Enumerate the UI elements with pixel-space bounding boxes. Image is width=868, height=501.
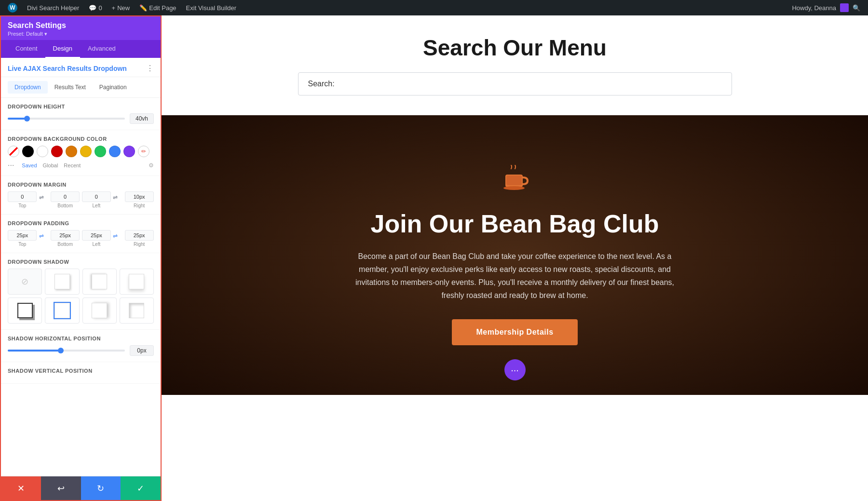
divi-search-helper[interactable]: Divi Search Helper <box>23 2 83 14</box>
search-label: Search: <box>308 80 335 88</box>
divi-search-helper-label: Divi Search Helper <box>27 4 79 12</box>
exit-builder-item[interactable]: Exit Visual Builder <box>182 2 241 14</box>
dots-menu-icon[interactable]: ··· <box>8 161 14 170</box>
sub-tab-pagination[interactable]: Pagination <box>93 81 134 94</box>
slider-fill <box>8 118 25 120</box>
user-avatar <box>840 3 849 12</box>
shadow-option-1[interactable] <box>45 269 79 295</box>
search-bar[interactable]: Search: <box>298 72 732 95</box>
tab-advanced[interactable]: Advanced <box>80 40 123 58</box>
swatch-red[interactable] <box>51 146 63 157</box>
margin-right-input[interactable] <box>125 191 154 202</box>
undo-button[interactable]: ↩ <box>41 476 81 500</box>
shadow-option-5[interactable] <box>45 298 79 324</box>
admin-bar: W Divi Search Helper 💬 0 + New ✏️ Edit P… <box>0 0 868 15</box>
sub-tabs: Dropdown Results Text Pagination <box>1 77 161 98</box>
shadow-v-position-section: Shadow Vertical Position <box>1 362 161 384</box>
sidebar-panel: Search Settings Preset: Default ▾ Conten… <box>0 15 162 501</box>
margin-left-input[interactable] <box>82 191 111 202</box>
swatch-transparent[interactable] <box>8 146 19 157</box>
margin-bottom-label: Bottom <box>57 203 73 208</box>
comment-item[interactable]: 💬 0 <box>85 2 106 14</box>
link-icon-4[interactable]: ⇌ <box>113 232 122 247</box>
howdy-text: Howdy, Deanna <box>792 4 836 12</box>
new-label: New <box>117 4 130 12</box>
dropdown-padding-label: Dropdown Padding <box>8 220 154 226</box>
padding-top-label: Top <box>18 242 26 247</box>
margin-top-input[interactable] <box>8 191 37 202</box>
section-more-icon[interactable]: ⋮ <box>146 64 154 73</box>
margin-left-group: Left <box>82 191 111 208</box>
admin-bar-right: Howdy, Deanna 🔍 <box>792 3 864 12</box>
membership-button[interactable]: Membership Details <box>452 319 577 345</box>
link-icon-2[interactable]: ⇌ <box>113 194 122 208</box>
new-item[interactable]: + New <box>108 2 134 14</box>
shadow-preview-2 <box>92 274 107 289</box>
swatch-white[interactable] <box>37 146 48 157</box>
link-icon-1[interactable]: ⇌ <box>39 194 49 208</box>
panel-preset: Preset: Default ▾ <box>8 31 154 37</box>
padding-top-input[interactable] <box>8 230 37 241</box>
shadow-h-slider-track[interactable] <box>8 350 125 352</box>
shadow-option-6[interactable] <box>82 298 117 324</box>
redo-button[interactable]: ↻ <box>81 476 121 500</box>
shadow-v-position-label: Shadow Vertical Position <box>8 368 154 374</box>
svg-point-2 <box>503 186 525 190</box>
color-swatches: ✏ <box>8 146 154 157</box>
shadow-h-slider-thumb[interactable] <box>58 348 64 353</box>
swatch-orange[interactable] <box>66 146 77 157</box>
panel-title: Search Settings <box>8 21 154 30</box>
sub-tab-results-text[interactable]: Results Text <box>48 81 93 94</box>
cancel-button[interactable]: ✕ <box>1 476 41 500</box>
dropdown-margin-section: Dropdown Margin Top ⇌ Bottom Left <box>1 176 161 215</box>
padding-bottom-group: Bottom <box>51 230 80 247</box>
shadow-h-position-value[interactable]: 0px <box>130 345 154 356</box>
swatch-green[interactable] <box>95 146 106 157</box>
club-title: Join Our Bean Bag Club <box>370 209 659 238</box>
margin-top-label: Top <box>18 203 26 208</box>
dots-icon: ··· <box>511 365 519 376</box>
swatch-yellow[interactable] <box>80 146 92 157</box>
search-icon[interactable]: 🔍 <box>853 4 860 12</box>
plus-icon: + <box>112 4 116 12</box>
shadow-preview-6 <box>92 303 107 318</box>
margin-right-group: Right <box>124 191 154 208</box>
padding-left-input[interactable] <box>82 230 111 241</box>
tab-design[interactable]: Design <box>45 40 80 58</box>
margin-bottom-input[interactable] <box>51 191 80 202</box>
shadow-h-position-section: Shadow Horizontal Position 0px <box>1 330 161 362</box>
wp-logo-item[interactable]: W <box>4 1 21 14</box>
floating-action-button[interactable]: ··· <box>504 359 526 380</box>
shadow-option-none[interactable]: ⊘ <box>8 269 42 295</box>
swatch-black[interactable] <box>22 146 34 157</box>
shadow-option-7[interactable] <box>120 298 154 324</box>
link-icon-3[interactable]: ⇌ <box>39 232 49 247</box>
dropdown-height-slider-track[interactable] <box>8 118 125 120</box>
color-tab-saved[interactable]: Saved <box>20 162 39 169</box>
edit-page-item[interactable]: ✏️ Edit Page <box>136 2 180 14</box>
swatch-purple[interactable] <box>123 146 135 157</box>
dropdown-height-value[interactable]: 40vh <box>130 113 154 124</box>
padding-bottom-input[interactable] <box>51 230 80 241</box>
shadow-preview-5 <box>54 303 70 318</box>
sub-tab-dropdown[interactable]: Dropdown <box>8 81 48 94</box>
shadow-option-3[interactable] <box>120 269 154 295</box>
save-button[interactable]: ✓ <box>121 476 161 500</box>
tab-content[interactable]: Content <box>8 40 45 58</box>
slider-thumb[interactable] <box>24 116 30 122</box>
gear-icon[interactable]: ⚙ <box>149 162 154 169</box>
color-tab-global[interactable]: Global <box>41 162 60 169</box>
shadow-option-4[interactable] <box>8 298 42 324</box>
section-title: Live AJAX Search Results Dropdown <box>8 65 127 72</box>
swatch-blue[interactable] <box>109 146 121 157</box>
shadow-grid: ⊘ <box>8 269 154 324</box>
edit-icon: ✏️ <box>139 4 147 12</box>
swatch-pencil[interactable]: ✏ <box>138 146 149 157</box>
shadow-h-slider-fill <box>8 350 60 352</box>
padding-right-input[interactable] <box>125 230 154 241</box>
color-tab-recent[interactable]: Recent <box>62 162 82 169</box>
svg-rect-1 <box>506 176 522 185</box>
comment-icon: 💬 <box>89 4 96 12</box>
shadow-option-2[interactable] <box>82 269 117 295</box>
cancel-icon: ✕ <box>17 483 25 494</box>
